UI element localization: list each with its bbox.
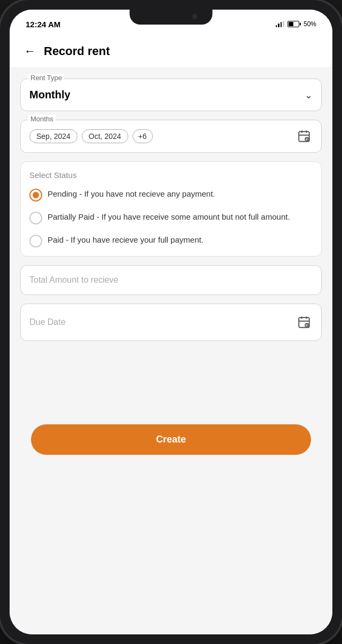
svg-rect-7	[299, 317, 309, 327]
battery-icon	[287, 21, 299, 27]
rent-type-value: Monthly	[29, 89, 71, 101]
radio-option-paid[interactable]: Paid - If you have recieve your full pay…	[29, 234, 313, 247]
month-tag-sep[interactable]: Sep, 2024	[29, 129, 77, 143]
radio-partially-paid[interactable]	[29, 212, 42, 224]
radio-paid[interactable]	[29, 235, 42, 247]
month-tags: Sep, 2024 Oct, 2024 +6	[29, 129, 153, 143]
back-button[interactable]: ←	[20, 42, 40, 61]
rent-type-field[interactable]: Rent Type Monthly ⌄	[20, 79, 322, 111]
create-button[interactable]: Create	[31, 424, 311, 455]
months-container: Sep, 2024 Oct, 2024 +6	[21, 120, 321, 152]
svg-line-13	[307, 325, 307, 325]
radio-option-partially-paid[interactable]: Partially Paid - If you have receive som…	[29, 211, 313, 224]
phone-screen: 12:24 AM 50% ←	[10, 10, 332, 634]
rent-type-dropdown[interactable]: Monthly ⌄	[21, 79, 321, 111]
svg-rect-0	[299, 131, 309, 141]
month-tag-oct[interactable]: Oct, 2024	[82, 129, 128, 143]
due-date-placeholder: Due Date	[29, 317, 66, 327]
app-content: ← Record rent Rent Type Monthly ⌄ Months	[10, 33, 332, 634]
radio-partially-paid-label: Partially Paid - If you have receive som…	[48, 211, 290, 222]
due-date-calendar-icon[interactable]	[296, 314, 313, 331]
chevron-down-icon: ⌄	[305, 89, 313, 101]
battery-fill	[289, 22, 293, 26]
radio-option-pending[interactable]: Pending - If you have not recieve any pa…	[29, 188, 313, 201]
status-section: Select Status Pending - If you have not …	[20, 161, 322, 257]
spacer	[20, 350, 322, 414]
phone-frame: 12:24 AM 50% ←	[0, 0, 342, 644]
due-date-field[interactable]: Due Date	[20, 304, 322, 341]
months-field[interactable]: Months Sep, 2024 Oct, 2024 +6	[20, 120, 322, 153]
status-icons: 50%	[276, 20, 316, 28]
signal-icon	[276, 21, 284, 27]
total-amount-field[interactable]: Total Amount to recieve	[20, 265, 322, 295]
page-title: Record rent	[44, 44, 110, 58]
battery-percent: 50%	[304, 20, 316, 28]
radio-pending-label: Pending - If you have not recieve any pa…	[48, 188, 215, 199]
notch	[130, 10, 213, 25]
svg-line-6	[307, 139, 307, 139]
form-content: Rent Type Monthly ⌄ Months Sep, 2024 Oct…	[10, 68, 332, 634]
radio-paid-label: Paid - If you have recieve your full pay…	[48, 234, 204, 245]
rent-type-label: Rent Type	[28, 74, 64, 82]
status-title: Select Status	[29, 170, 313, 180]
month-tag-more[interactable]: +6	[133, 129, 153, 143]
radio-pending[interactable]	[29, 189, 42, 201]
calendar-icon[interactable]	[296, 128, 313, 145]
months-label: Months	[28, 115, 56, 123]
total-amount-placeholder: Total Amount to recieve	[29, 275, 118, 285]
app-header: ← Record rent	[10, 33, 332, 68]
back-arrow-icon: ←	[24, 44, 36, 58]
status-time: 12:24 AM	[26, 20, 60, 29]
create-btn-container: Create	[20, 414, 322, 471]
